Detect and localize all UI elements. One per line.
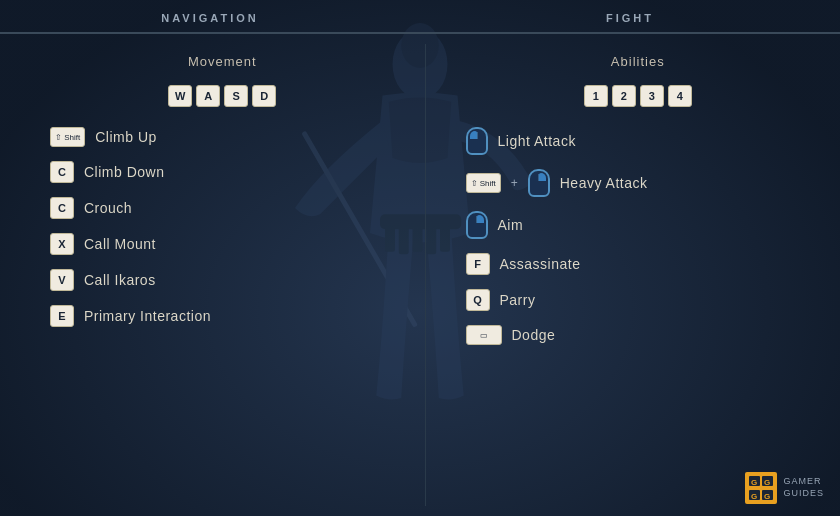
action-light-attack: Light Attack <box>466 127 811 155</box>
assassinate-label: Assassinate <box>500 256 581 272</box>
tab-fight[interactable]: FIGHT <box>420 0 840 34</box>
action-parry: Q Parry <box>466 289 811 311</box>
call-ikaros-label: Call Ikaros <box>84 272 156 288</box>
tab-navigation-label: NAVIGATION <box>161 12 258 24</box>
crouch-label: Crouch <box>84 200 132 216</box>
key-c-climb: C <box>50 161 74 183</box>
tab-bar: NAVIGATION FIGHT <box>0 0 840 34</box>
climb-up-label: Climb Up <box>95 129 157 145</box>
parry-label: Parry <box>500 292 536 308</box>
main-content: NAVIGATION FIGHT Movement W A S D ⇧ Shif… <box>0 0 840 516</box>
climb-down-label: Climb Down <box>84 164 164 180</box>
key-e: E <box>50 305 74 327</box>
dodge-label: Dodge <box>512 327 556 343</box>
key-3: 3 <box>640 85 664 107</box>
key-2: 2 <box>612 85 636 107</box>
shift-key-heavy: ⇧ Shift <box>466 173 501 193</box>
wasd-keys: W A S D <box>50 85 395 107</box>
navigation-panel: Movement W A S D ⇧ Shift Climb Up C Clim… <box>0 34 425 516</box>
aim-label: Aim <box>498 217 524 233</box>
action-call-ikaros: V Call Ikaros <box>50 269 395 291</box>
action-climb-down: C Climb Down <box>50 161 395 183</box>
call-mount-label: Call Mount <box>84 236 156 252</box>
plus-sign-heavy: + <box>511 176 518 190</box>
shift-key-climb-up: ⇧ Shift <box>50 127 85 147</box>
key-4: 4 <box>668 85 692 107</box>
key-f: F <box>466 253 490 275</box>
space-key-icon: ▭ <box>466 325 502 345</box>
action-climb-up: ⇧ Shift Climb Up <box>50 127 395 147</box>
primary-interaction-label: Primary Interaction <box>84 308 211 324</box>
mouse-right-icon <box>528 169 550 197</box>
movement-title: Movement <box>50 54 395 69</box>
key-c-crouch: C <box>50 197 74 219</box>
abilities-title: Abilities <box>466 54 811 69</box>
action-crouch: C Crouch <box>50 197 395 219</box>
key-s: S <box>224 85 248 107</box>
light-attack-label: Light Attack <box>498 133 576 149</box>
panels-container: Movement W A S D ⇧ Shift Climb Up C Clim… <box>0 34 840 516</box>
action-primary-interaction: E Primary Interaction <box>50 305 395 327</box>
key-w: W <box>168 85 192 107</box>
action-dodge: ▭ Dodge <box>466 325 811 345</box>
tab-navigation[interactable]: NAVIGATION <box>0 0 420 34</box>
mouse-left-icon <box>466 127 488 155</box>
action-assassinate: F Assassinate <box>466 253 811 275</box>
mouse-aim-icon <box>466 211 488 239</box>
fight-panel: Abilities 1 2 3 4 Light Attack ⇧ Shift <box>426 34 841 516</box>
ability-keys: 1 2 3 4 <box>466 85 811 107</box>
key-a: A <box>196 85 220 107</box>
key-1: 1 <box>584 85 608 107</box>
action-call-mount: X Call Mount <box>50 233 395 255</box>
key-d: D <box>252 85 276 107</box>
action-heavy-attack: ⇧ Shift + Heavy Attack <box>466 169 811 197</box>
key-v: V <box>50 269 74 291</box>
heavy-attack-label: Heavy Attack <box>560 175 648 191</box>
key-q: Q <box>466 289 490 311</box>
action-aim: Aim <box>466 211 811 239</box>
tab-fight-label: FIGHT <box>606 12 654 24</box>
key-x: X <box>50 233 74 255</box>
